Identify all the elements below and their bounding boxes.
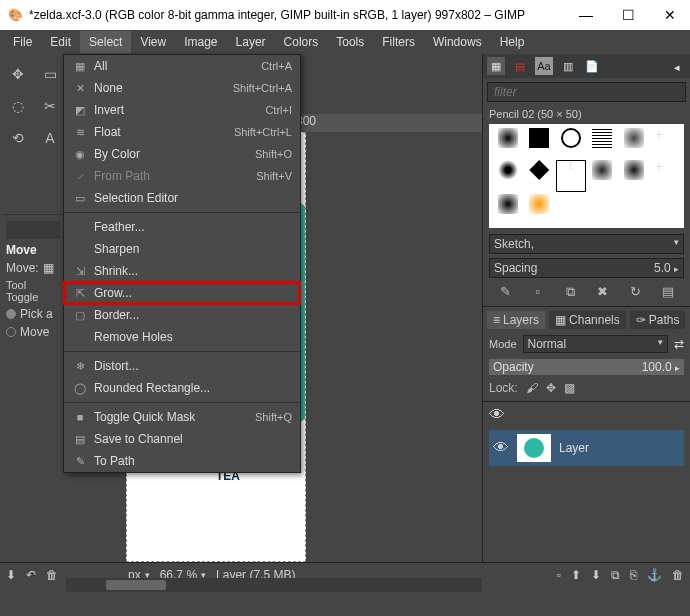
lock-position-icon[interactable]: ✥ <box>546 381 556 395</box>
menu-item-savechan[interactable]: ▤Save to Channel <box>64 428 300 450</box>
titlebar: 🎨 *zelda.xcf-3.0 (RGB color 8-bit gamma … <box>0 0 690 30</box>
radio-pick[interactable] <box>6 309 16 319</box>
status-r5-icon[interactable]: ⎘ <box>630 568 637 582</box>
dock-tab-doc-icon[interactable]: 📄 <box>583 57 601 75</box>
brush-open-icon[interactable]: ▤ <box>659 284 677 300</box>
menu-windows[interactable]: Windows <box>424 31 491 53</box>
menu-item-float[interactable]: ≋FloatShift+Ctrl+L <box>64 121 300 143</box>
menu-item-invert[interactable]: ◩InvertCtrl+I <box>64 99 300 121</box>
brush-refresh-icon[interactable]: ↻ <box>626 284 644 300</box>
brush-category-combo[interactable]: Sketch,▾ <box>489 234 684 254</box>
lock-pixels-icon[interactable]: 🖌 <box>526 381 538 395</box>
menu-edit[interactable]: Edit <box>41 31 80 53</box>
status-download-icon[interactable]: ⬇ <box>6 568 16 582</box>
opacity-slider[interactable]: Opacity 100.0 ▸ <box>489 359 684 375</box>
menu-item-grow[interactable]: ⇱Grow... <box>64 282 300 304</box>
maximize-button[interactable]: ☐ <box>616 7 640 23</box>
toolbox: ✥ ▭ ◌ ✂ ⟲ A Move Move:▦ Tool Toggle Pick… <box>0 54 66 562</box>
menu-item-shrink[interactable]: ⇲Shrink... <box>64 260 300 282</box>
mode-label: Mode <box>489 338 517 350</box>
svg-point-4 <box>524 438 544 458</box>
menu-item-quickmask[interactable]: ■Toggle Quick MaskShift+Q <box>64 406 300 428</box>
menu-item-sharpen[interactable]: Sharpen <box>64 238 300 260</box>
menu-item-topath[interactable]: ✎To Path <box>64 450 300 472</box>
status-r1-icon[interactable]: ▫ <box>557 568 561 582</box>
status-r3-icon[interactable]: ⬇ <box>591 568 601 582</box>
brush-edit-icon[interactable]: ✎ <box>496 284 514 300</box>
menu-tools[interactable]: Tools <box>327 31 373 53</box>
menu-filters[interactable]: Filters <box>373 31 424 53</box>
menu-item-rounded[interactable]: ◯Rounded Rectangle... <box>64 377 300 399</box>
scrollbar-horizontal[interactable] <box>66 578 482 592</box>
tab-channels[interactable]: ▦Channels <box>549 311 626 329</box>
lock-alpha-icon[interactable]: ▩ <box>564 381 575 395</box>
invert-icon: ◩ <box>72 104 88 117</box>
brush-new-icon[interactable]: ▫ <box>529 284 547 300</box>
tool-toggle-label: Tool Toggle <box>6 279 60 303</box>
status-undo-icon[interactable]: ↶ <box>26 568 36 582</box>
dock-menu-icon[interactable]: ◂ <box>668 58 686 76</box>
brush-dup-icon[interactable]: ⧉ <box>561 284 579 300</box>
menu-item-feather[interactable]: Feather... <box>64 216 300 238</box>
menu-item-border[interactable]: ▢Border... <box>64 304 300 326</box>
frompath-icon: ⟋ <box>72 170 88 182</box>
layer-thumb <box>517 434 551 462</box>
radio-move[interactable] <box>6 327 16 337</box>
status-r6-icon[interactable]: ⚓ <box>647 568 662 582</box>
menu-select[interactable]: Select <box>80 31 131 53</box>
layer-row[interactable]: 👁 Layer <box>489 430 684 466</box>
select-menu-dropdown: ▦AllCtrl+A ✕NoneShift+Ctrl+A ◩InvertCtrl… <box>63 54 301 473</box>
right-panel: ▦ ▤ Aa ▥ 📄 ◂ Pencil 02 (50 × 50) + ξ + <box>482 54 690 562</box>
tab-paths[interactable]: ✑Paths <box>630 311 686 329</box>
dock-tabs: ▦ ▤ Aa ▥ 📄 ◂ <box>483 54 690 78</box>
menu-colors[interactable]: Colors <box>275 31 328 53</box>
close-button[interactable]: ✕ <box>658 7 682 23</box>
status-trash-icon[interactable]: 🗑 <box>46 568 58 582</box>
status-r7-icon[interactable]: 🗑 <box>672 568 684 582</box>
dock-tab-brush-icon[interactable]: ▦ <box>487 57 505 75</box>
minimize-button[interactable]: — <box>574 7 598 23</box>
move-mode-icon[interactable]: ▦ <box>43 261 54 275</box>
menu-item-none[interactable]: ✕NoneShift+Ctrl+A <box>64 77 300 99</box>
menu-item-distort[interactable]: ❄Distort... <box>64 355 300 377</box>
text-tool-icon[interactable]: A <box>36 124 64 152</box>
layer-name[interactable]: Layer <box>559 441 589 455</box>
brush-grid[interactable]: + ξ + <box>489 124 684 228</box>
float-icon: ≋ <box>72 126 88 139</box>
visibility-header-icon: 👁 <box>489 406 505 424</box>
mode-combo[interactable]: Normal▾ <box>523 335 668 353</box>
menu-item-seleditor[interactable]: ▭Selection Editor <box>64 187 300 209</box>
dock-tab-font-icon[interactable]: Aa <box>535 57 553 75</box>
menu-item-remove[interactable]: Remove Holes <box>64 326 300 348</box>
status-r4-icon[interactable]: ⧉ <box>611 568 620 582</box>
select-all-icon: ▦ <box>72 60 88 73</box>
menu-image[interactable]: Image <box>175 31 226 53</box>
lasso-tool-icon[interactable]: ◌ <box>4 92 32 120</box>
brush-del-icon[interactable]: ✖ <box>594 284 612 300</box>
select-tool-icon[interactable]: ▭ <box>36 60 64 88</box>
menu-file[interactable]: File <box>4 31 41 53</box>
savechan-icon: ▤ <box>72 433 88 446</box>
status-r2-icon[interactable]: ⬆ <box>571 568 581 582</box>
dock-tab-history-icon[interactable]: ▥ <box>559 57 577 75</box>
brush-filter-input[interactable] <box>487 82 686 102</box>
menu-item-frompath: ⟋From PathShift+V <box>64 165 300 187</box>
spacing-field[interactable]: Spacing5.0 ▸ <box>489 258 684 278</box>
transform-tool-icon[interactable]: ⟲ <box>4 124 32 152</box>
seleditor-icon: ▭ <box>72 192 88 205</box>
menu-help[interactable]: Help <box>491 31 534 53</box>
dock-tab-pattern-icon[interactable]: ▤ <box>511 57 529 75</box>
scrollbar-thumb[interactable] <box>106 580 166 590</box>
tab-layers[interactable]: ≡Layers <box>487 311 545 329</box>
crop-tool-icon[interactable]: ✂ <box>36 92 64 120</box>
mode-switch-icon[interactable]: ⇄ <box>674 337 684 351</box>
menu-item-all[interactable]: ▦AllCtrl+A <box>64 55 300 77</box>
move-tool-icon[interactable]: ✥ <box>4 60 32 88</box>
tool-opts-tab[interactable] <box>6 221 60 239</box>
menu-item-bycolor[interactable]: ◉By ColorShift+O <box>64 143 300 165</box>
menu-layer[interactable]: Layer <box>227 31 275 53</box>
menu-view[interactable]: View <box>131 31 175 53</box>
quickmask-icon: ■ <box>72 411 88 423</box>
layer-visibility-icon[interactable]: 👁 <box>493 439 509 457</box>
paths-icon: ✑ <box>636 313 646 327</box>
